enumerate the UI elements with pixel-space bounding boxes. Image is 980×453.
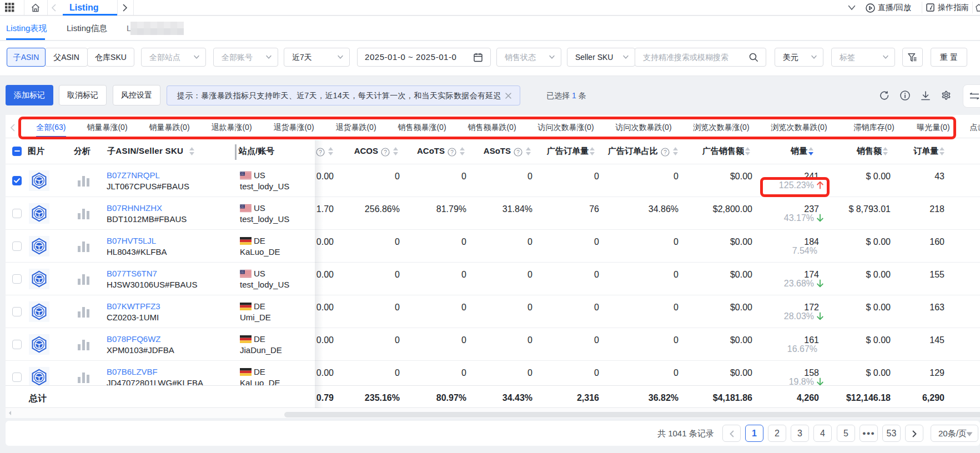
svg-text:?: ?	[664, 149, 667, 155]
svg-text:?: ?	[450, 149, 454, 155]
svg-text:?: ?	[516, 149, 520, 155]
svg-text:?: ?	[384, 149, 387, 155]
